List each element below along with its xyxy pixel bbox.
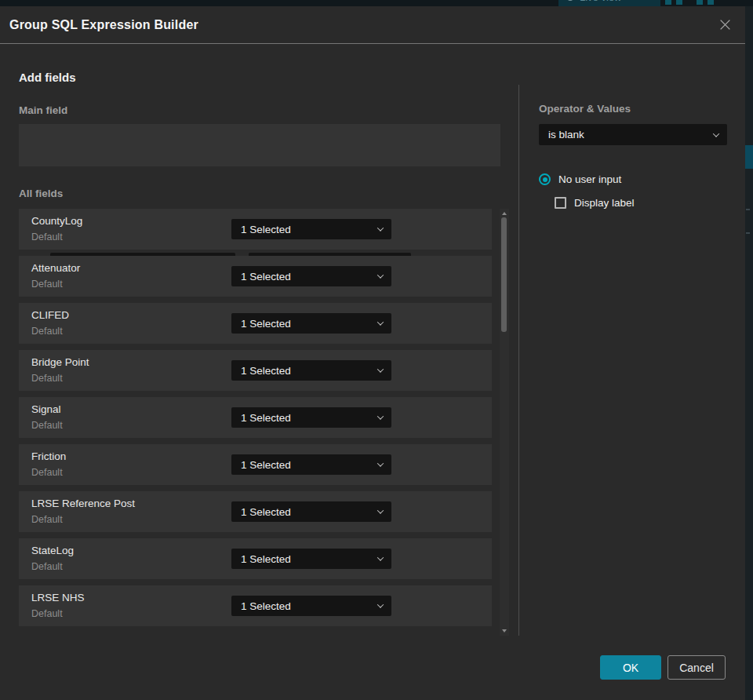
chevron-down-icon <box>377 224 384 231</box>
toolbar-bar-icon <box>708 0 714 5</box>
field-row: Bridge Point Default 1 Selected <box>19 350 492 391</box>
field-row: LRSE Reference Post Default 1 Selected <box>19 491 492 532</box>
field-name: Friction <box>31 450 66 462</box>
chevron-down-icon <box>377 319 384 325</box>
field-subtitle: Default <box>31 420 63 431</box>
chevron-down-icon <box>377 413 384 419</box>
field-row: CountyLog Default 1 Selected <box>19 209 492 250</box>
field-name: LRSE Reference Post <box>31 498 135 509</box>
field-selected-value: 1 Selected <box>241 506 370 518</box>
chevron-down-icon <box>377 601 384 607</box>
field-row: StateLog Default 1 Selected <box>19 538 492 579</box>
operator-dropdown-value: is blank <box>548 129 706 140</box>
field-row: Signal Default 1 Selected <box>19 397 492 438</box>
group-sql-expression-builder-dialog: Group SQL Expression Builder Add fields … <box>0 6 745 700</box>
display-label-checkbox[interactable] <box>555 197 566 209</box>
scroll-up-icon[interactable] <box>502 212 507 215</box>
field-row: Friction Default 1 Selected <box>19 444 492 485</box>
live-view-button[interactable]: Live view <box>558 0 660 6</box>
field-selected-value: 1 Selected <box>241 600 370 612</box>
field-selected-dropdown[interactable]: 1 Selected <box>231 219 391 239</box>
field-selected-dropdown[interactable]: 1 Selected <box>231 266 391 286</box>
all-fields-list: CountyLog Default 1 Selected Attenuator … <box>19 209 492 633</box>
field-selected-dropdown[interactable]: 1 Selected <box>231 596 391 616</box>
fields-list-scrollbar[interactable] <box>500 209 509 636</box>
field-selected-dropdown[interactable]: 1 Selected <box>231 313 391 334</box>
scroll-down-icon[interactable] <box>502 629 507 633</box>
toolbar-bar-icon <box>676 0 682 5</box>
background-mark <box>746 232 750 234</box>
field-selected-value: 1 Selected <box>241 318 370 330</box>
chevron-down-icon <box>377 460 384 466</box>
field-selected-value: 1 Selected <box>241 459 370 471</box>
field-selected-value: 1 Selected <box>241 271 370 283</box>
field-selected-dropdown[interactable]: 1 Selected <box>231 454 391 475</box>
operator-dropdown[interactable]: is blank <box>539 124 727 145</box>
field-subtitle: Default <box>31 279 63 290</box>
field-subtitle: Default <box>31 561 63 572</box>
field-subtitle: Default <box>31 326 63 337</box>
chevron-down-icon <box>377 272 384 278</box>
close-icon <box>718 18 732 31</box>
chevron-down-icon <box>377 507 384 513</box>
field-row: Attenuator Default 1 Selected <box>19 256 492 297</box>
field-subtitle: Default <box>31 467 63 478</box>
field-selected-dropdown[interactable]: 1 Selected <box>231 501 391 522</box>
add-fields-heading: Add fields <box>19 71 76 84</box>
panel-divider <box>518 85 519 636</box>
field-row: LRSE NHS Default 1 Selected <box>19 585 492 626</box>
main-field-label: Main field <box>19 104 67 116</box>
toolbar-bar-icon <box>665 0 671 5</box>
close-button[interactable] <box>715 16 734 35</box>
all-fields-label: All fields <box>19 188 63 199</box>
field-subtitle: Default <box>31 514 63 525</box>
live-view-dot-icon <box>567 0 573 1</box>
field-subtitle: Default <box>31 608 63 619</box>
main-field-box: CountyLog | Default To Date <box>19 124 500 166</box>
field-name: CLIFED <box>31 309 69 321</box>
background-selected-item <box>745 145 753 169</box>
field-selected-value: 1 Selected <box>241 553 370 565</box>
field-subtitle: Default <box>31 232 63 242</box>
field-name: CountyLog <box>31 215 82 227</box>
field-selected-value: 1 Selected <box>241 365 370 377</box>
radio-button[interactable] <box>539 173 551 185</box>
display-label-option[interactable]: Display label <box>555 197 635 209</box>
field-name: Attenuator <box>31 262 80 274</box>
display-label-text: Display label <box>574 197 635 209</box>
background-app-right-strip <box>745 6 753 700</box>
field-selected-dropdown[interactable]: 1 Selected <box>231 407 391 428</box>
field-selected-value: 1 Selected <box>241 412 370 424</box>
chevron-down-icon <box>377 554 384 560</box>
field-name: Signal <box>31 403 61 415</box>
no-user-input-label: No user input <box>558 173 621 185</box>
field-name: Bridge Point <box>31 356 89 368</box>
dialog-header: Group SQL Expression Builder <box>0 6 745 44</box>
toolbar-bar-icon <box>697 0 703 5</box>
background-app-top-strip: Live view <box>0 0 753 6</box>
background-mark <box>746 209 750 210</box>
chevron-down-icon <box>377 366 384 372</box>
operator-values-label: Operator & Values <box>539 103 631 115</box>
field-name: StateLog <box>31 545 74 556</box>
field-selected-value: 1 Selected <box>241 224 370 235</box>
cancel-button[interactable]: Cancel <box>668 655 726 680</box>
live-view-label: Live view <box>580 0 621 3</box>
field-row: CLIFED Default 1 Selected <box>19 303 492 344</box>
no-user-input-option[interactable]: No user input <box>539 173 621 185</box>
dialog-title: Group SQL Expression Builder <box>9 18 198 32</box>
field-selected-dropdown[interactable]: 1 Selected <box>231 360 391 381</box>
field-name: LRSE NHS <box>31 592 85 603</box>
field-selected-dropdown[interactable]: 1 Selected <box>231 549 391 569</box>
field-subtitle: Default <box>31 373 63 384</box>
chevron-down-icon <box>713 130 719 137</box>
ok-button[interactable]: OK <box>600 655 661 680</box>
scrollbar-thumb[interactable] <box>501 217 507 332</box>
